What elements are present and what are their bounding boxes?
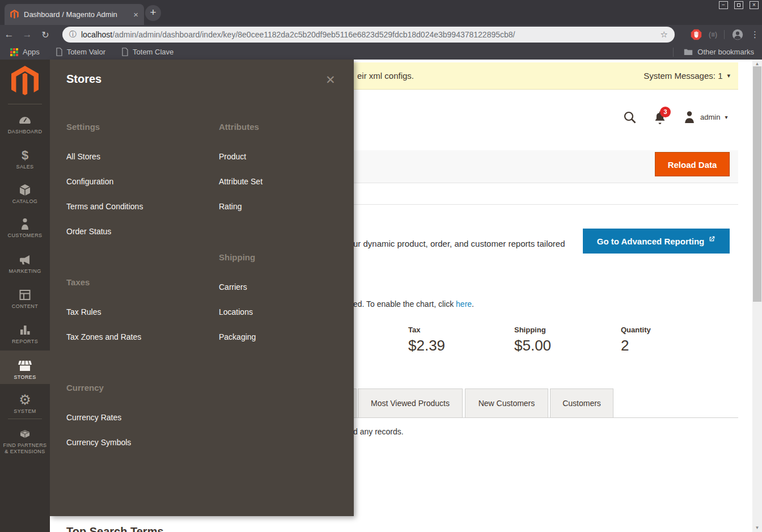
sidebar-item-dashboard[interactable]: DASHBOARD bbox=[0, 113, 50, 135]
stat-label: Quantity bbox=[621, 326, 651, 334]
section-header-shipping: Shipping bbox=[219, 252, 255, 262]
section-header-settings: Settings bbox=[66, 122, 100, 132]
page-scrollbar[interactable]: ▲ ▼ bbox=[752, 60, 762, 532]
sidebar-item-content[interactable]: CONTENT bbox=[0, 288, 50, 310]
bookmarks-divider bbox=[673, 48, 674, 57]
stat-value: $5.00 bbox=[514, 337, 551, 354]
sidebar-item-stores[interactable]: STORES bbox=[0, 351, 50, 384]
sidebar-item-marketing[interactable]: MARKETING bbox=[0, 253, 50, 275]
menu-item-currency-symbols[interactable]: Currency Symbols bbox=[66, 438, 131, 447]
stat-tax: Tax $2.39 bbox=[408, 326, 445, 354]
window-maximize-button[interactable] bbox=[734, 1, 743, 9]
admin-sidebar: DASHBOARD $ SALES CATALOG bbox=[0, 60, 50, 532]
extension-icon[interactable]: (≡) bbox=[709, 31, 717, 39]
enable-chart-link[interactable]: here bbox=[456, 299, 472, 309]
sidebar-divider bbox=[8, 419, 42, 419]
forward-icon[interactable]: → bbox=[18, 29, 36, 40]
menu-item-carriers[interactable]: Carriers bbox=[219, 282, 247, 292]
menu-item-terms-and-conditions[interactable]: Terms and Conditions bbox=[66, 202, 143, 211]
sidebar-item-find-partners[interactable]: FIND PARTNERS & EXTENSIONS bbox=[0, 427, 50, 455]
apps-label[interactable]: Apps bbox=[23, 48, 40, 56]
tab-close-icon[interactable]: × bbox=[133, 10, 138, 19]
chevron-down-icon: ▾ bbox=[725, 114, 727, 120]
notification-count-badge: 3 bbox=[660, 107, 671, 117]
profile-avatar-icon[interactable] bbox=[731, 28, 744, 41]
menu-item-attribute-set[interactable]: Attribute Set bbox=[219, 177, 263, 186]
bookmarks-bar: Apps Totem Valor Totem Clave Other bookm… bbox=[0, 44, 762, 60]
bookmark-label: Totem Valor bbox=[67, 48, 105, 56]
advanced-reporting-button[interactable]: Go to Advanced Reporting bbox=[583, 229, 730, 254]
url-host: localhost bbox=[81, 30, 112, 39]
site-info-icon[interactable]: ⓘ bbox=[69, 29, 77, 40]
tab-most-viewed-products[interactable]: Most Viewed Products bbox=[358, 389, 463, 418]
navbar-right: (≡) ⋮ bbox=[691, 25, 757, 44]
reload-data-button[interactable]: Reload Data bbox=[655, 152, 730, 176]
advanced-reporting-button-label: Go to Advanced Reporting bbox=[597, 237, 704, 246]
url-path: /admin/admin/dashboard/index/key/8e0cee1… bbox=[112, 30, 515, 39]
section-header-attributes: Attributes bbox=[219, 122, 259, 132]
sidebar-item-system[interactable]: ⚙ SYSTEM bbox=[0, 393, 50, 415]
admin-username: admin bbox=[700, 113, 720, 121]
menu-item-rating[interactable]: Rating bbox=[219, 202, 242, 211]
menu-item-all-stores[interactable]: All Stores bbox=[66, 152, 100, 161]
window-minimize-button[interactable]: − bbox=[719, 1, 728, 9]
section-header-taxes: Taxes bbox=[66, 277, 90, 287]
menu-item-product[interactable]: Product bbox=[219, 152, 246, 161]
url-bar[interactable]: ⓘ localhost/admin/admin/dashboard/index/… bbox=[62, 27, 675, 43]
menu-item-tax-zones-and-rates[interactable]: Tax Zones and Rates bbox=[66, 332, 141, 341]
menu-item-configuration[interactable]: Configuration bbox=[66, 177, 113, 186]
menu-item-locations[interactable]: Locations bbox=[219, 307, 253, 316]
folder-icon bbox=[684, 48, 693, 56]
scrollbar-thumb[interactable] bbox=[753, 66, 761, 302]
advanced-reporting-text: ur dynamic product, order, and customer … bbox=[353, 239, 565, 248]
external-link-icon bbox=[708, 235, 716, 243]
other-bookmarks[interactable]: Other bookmarks bbox=[673, 48, 754, 57]
new-tab-button[interactable]: + bbox=[145, 5, 161, 21]
stat-quantity: Quantity 2 bbox=[621, 326, 651, 354]
sidebar-item-customers[interactable]: CUSTOMERS bbox=[0, 217, 50, 239]
tab-new-customers[interactable]: New Customers bbox=[465, 389, 548, 418]
close-icon[interactable]: ✕ bbox=[325, 73, 336, 87]
browser-tab-active[interactable]: Dashboard / Magento Admin × bbox=[5, 4, 144, 25]
chevron-down-icon: ▾ bbox=[727, 72, 730, 79]
tab-customers[interactable]: Customers bbox=[550, 389, 613, 418]
menu-item-currency-rates[interactable]: Currency Rates bbox=[66, 413, 121, 422]
admin-account-menu[interactable]: admin ▾ bbox=[683, 110, 727, 124]
bookmark-star-icon[interactable]: ☆ bbox=[661, 29, 668, 40]
content-layout-icon bbox=[0, 288, 50, 302]
section-header-currency: Currency bbox=[66, 383, 104, 392]
stat-value: $2.39 bbox=[408, 337, 445, 354]
stat-shipping: Shipping $5.00 bbox=[514, 326, 551, 354]
scroll-down-icon[interactable]: ▼ bbox=[752, 523, 762, 532]
stat-label: Shipping bbox=[514, 326, 551, 334]
sidebar-item-label: CONTENT bbox=[0, 303, 50, 310]
url-text[interactable]: localhost/admin/admin/dashboard/index/ke… bbox=[81, 30, 656, 39]
magento-logo[interactable] bbox=[11, 66, 39, 98]
reload-icon[interactable]: ↻ bbox=[36, 29, 54, 40]
search-icon[interactable] bbox=[623, 111, 637, 124]
window-controls: − × bbox=[719, 1, 759, 9]
stat-label: Tax bbox=[408, 326, 445, 334]
menu-item-tax-rules[interactable]: Tax Rules bbox=[66, 307, 101, 316]
apps-grid-icon[interactable] bbox=[10, 48, 18, 56]
sidebar-item-sales[interactable]: $ SALES bbox=[0, 149, 50, 170]
chart-note-text: ed. To enable the chart, click bbox=[353, 299, 456, 309]
menu-item-order-status[interactable]: Order Status bbox=[66, 227, 111, 236]
browser-tabstrip: Dashboard / Magento Admin × + − × bbox=[0, 0, 762, 25]
system-message-text: eir xml configs. bbox=[357, 71, 414, 81]
notifications-bell[interactable]: 3 bbox=[653, 110, 667, 125]
bookmark-label: Totem Clave bbox=[133, 48, 173, 56]
back-icon[interactable]: ← bbox=[0, 29, 18, 40]
window-close-button[interactable]: × bbox=[750, 1, 759, 9]
adblock-icon[interactable] bbox=[691, 29, 702, 40]
menu-item-packaging[interactable]: Packaging bbox=[219, 332, 256, 341]
sidebar-item-catalog[interactable]: CATALOG bbox=[0, 183, 50, 205]
top-search-terms-heading: Top Search Terms bbox=[66, 525, 164, 532]
sidebar-divider bbox=[8, 104, 42, 104]
browser-menu-icon[interactable]: ⋮ bbox=[751, 29, 757, 40]
system-messages-toggle[interactable]: System Messages: 1 ▾ bbox=[644, 71, 730, 81]
bookmark-totem-valor[interactable]: Totem Valor bbox=[56, 48, 105, 56]
bookmark-totem-clave[interactable]: Totem Clave bbox=[121, 48, 173, 56]
no-records-text: d any records. bbox=[353, 427, 404, 436]
sidebar-item-reports[interactable]: REPORTS bbox=[0, 323, 50, 345]
